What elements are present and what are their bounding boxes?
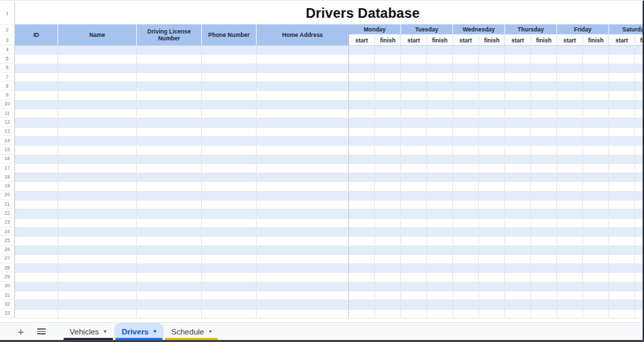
- cell[interactable]: [557, 146, 583, 154]
- cell[interactable]: [557, 291, 583, 300]
- cell[interactable]: [15, 200, 58, 209]
- column-header-start[interactable]: start: [505, 35, 531, 45]
- cell[interactable]: [401, 155, 427, 163]
- cell[interactable]: [531, 310, 557, 318]
- cell[interactable]: [453, 200, 479, 209]
- cell[interactable]: [557, 164, 583, 172]
- cell[interactable]: [453, 237, 479, 245]
- cell[interactable]: [401, 118, 427, 127]
- cell[interactable]: [257, 137, 349, 145]
- cell[interactable]: [349, 155, 375, 163]
- cell[interactable]: [15, 282, 58, 291]
- cell[interactable]: [557, 155, 583, 163]
- cell[interactable]: [401, 182, 427, 190]
- cell[interactable]: [427, 246, 453, 254]
- cell[interactable]: [58, 73, 137, 81]
- column-header-start[interactable]: start: [453, 35, 479, 45]
- cell[interactable]: [349, 246, 375, 254]
- cell[interactable]: [609, 155, 635, 163]
- cell[interactable]: [427, 300, 453, 308]
- cell[interactable]: [557, 300, 583, 308]
- cell[interactable]: [609, 128, 635, 136]
- cell[interactable]: [583, 246, 609, 254]
- cell[interactable]: [58, 155, 137, 163]
- cell[interactable]: [15, 264, 58, 272]
- cell[interactable]: [202, 237, 257, 245]
- cell[interactable]: [453, 82, 479, 90]
- cell[interactable]: [349, 146, 375, 154]
- column-header-friday[interactable]: Friday: [557, 25, 609, 35]
- row-header[interactable]: 5: [0, 54, 15, 63]
- cell[interactable]: [15, 101, 58, 109]
- cell[interactable]: [505, 137, 531, 145]
- cell[interactable]: [137, 64, 202, 73]
- row-header[interactable]: 30: [0, 282, 15, 291]
- column-header-thursday[interactable]: Thursday: [505, 25, 557, 35]
- cell[interactable]: [137, 246, 202, 254]
- cell[interactable]: [15, 291, 58, 300]
- column-header-finish[interactable]: finish: [479, 35, 505, 45]
- cell[interactable]: [15, 146, 58, 154]
- cell[interactable]: [453, 300, 479, 308]
- cell[interactable]: [58, 164, 137, 172]
- cell[interactable]: [505, 164, 531, 172]
- cell[interactable]: [427, 55, 453, 63]
- cell[interactable]: [583, 91, 609, 99]
- cell[interactable]: [15, 64, 58, 73]
- cell[interactable]: [58, 264, 137, 272]
- column-header-id[interactable]: ID: [15, 25, 58, 45]
- cell[interactable]: [375, 228, 401, 236]
- cell[interactable]: [58, 282, 137, 291]
- cell[interactable]: [427, 82, 453, 90]
- cell[interactable]: [557, 237, 583, 245]
- cell[interactable]: [349, 300, 375, 308]
- cell[interactable]: [257, 264, 349, 272]
- cell[interactable]: [202, 82, 257, 90]
- row-header[interactable]: 22: [0, 209, 15, 218]
- cell[interactable]: [531, 192, 557, 200]
- cell[interactable]: [531, 182, 557, 190]
- cell[interactable]: [375, 128, 401, 136]
- cell[interactable]: [257, 118, 349, 127]
- cell[interactable]: [505, 192, 531, 200]
- cell[interactable]: [479, 237, 505, 245]
- cell[interactable]: [531, 255, 557, 263]
- sheet-tab-drivers[interactable]: Drivers ▾: [114, 323, 164, 340]
- cell[interactable]: [583, 219, 609, 227]
- cell[interactable]: [453, 164, 479, 172]
- cell[interactable]: [427, 91, 453, 99]
- cell[interactable]: [453, 146, 479, 154]
- cell[interactable]: [58, 91, 137, 99]
- cell[interactable]: [427, 46, 453, 54]
- cell[interactable]: [257, 64, 349, 73]
- cell[interactable]: [375, 237, 401, 245]
- cell[interactable]: [583, 237, 609, 245]
- cell[interactable]: [427, 64, 453, 73]
- cell[interactable]: [137, 237, 202, 245]
- cell[interactable]: [375, 82, 401, 90]
- cell[interactable]: [505, 219, 531, 227]
- cell[interactable]: [531, 228, 557, 236]
- cell[interactable]: [257, 209, 349, 218]
- cell[interactable]: [609, 137, 635, 145]
- cell[interactable]: [557, 273, 583, 281]
- row-header[interactable]: 27: [0, 254, 15, 263]
- cell[interactable]: [427, 109, 453, 118]
- cell[interactable]: [609, 173, 635, 181]
- cell[interactable]: [257, 310, 349, 318]
- sheet-tab-schedule[interactable]: Schedule ▾: [164, 323, 219, 340]
- cell[interactable]: [58, 200, 137, 209]
- cell[interactable]: [583, 46, 609, 54]
- cell[interactable]: [15, 192, 58, 200]
- cell[interactable]: [257, 273, 349, 281]
- row-header[interactable]: 12: [0, 118, 15, 127]
- cell[interactable]: [375, 255, 401, 263]
- cell[interactable]: [505, 64, 531, 73]
- cell[interactable]: [58, 146, 137, 154]
- cell[interactable]: [375, 273, 401, 281]
- cell[interactable]: [349, 164, 375, 172]
- cell[interactable]: [401, 101, 427, 109]
- cell[interactable]: [557, 246, 583, 254]
- cell[interactable]: [58, 109, 137, 118]
- chevron-down-icon[interactable]: ▾: [104, 329, 107, 334]
